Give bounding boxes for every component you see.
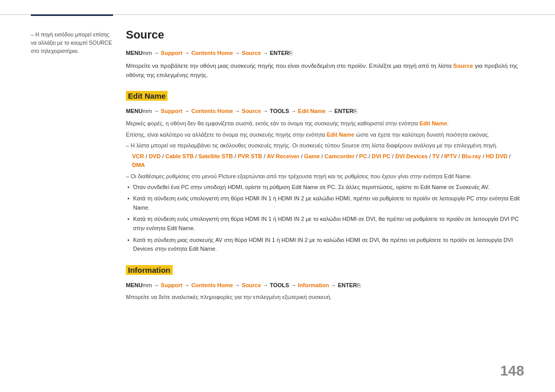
edit-name-section: Edit Name MENUmm → Support → Contents Ho… [126, 85, 524, 253]
source-title: Source [126, 28, 524, 42]
edit-name-note2: Οι διαθέσιμες ρυθμίσεις στο μενού Pictur… [126, 172, 524, 181]
devices-list: VCR / DVD / Cable STB / Satellite STB / … [126, 152, 524, 170]
information-menu-path: MENUmm → Support → Contents Home → Sourc… [126, 281, 524, 290]
information-description: Μπορείτε να δείτε αναλυτικές πληροφορίες… [126, 293, 524, 302]
edit-name-title: Edit Name [126, 91, 168, 101]
edit-name-menu-path: MENUmm → Support → Contents Home → Sourc… [126, 107, 524, 116]
bullet3: Κατά τη σύνδεση ενός υπολογιστή στη θύρα… [126, 215, 524, 233]
information-section: Information MENUmm → Support → Contents … [126, 259, 524, 302]
menu-label: MENU [126, 50, 142, 56]
bullet2: Κατά τη σύνδεση ενός υπολογιστή στη θύρα… [126, 194, 524, 212]
edit-name-line2: Επίσης, είναι καλύτερο να αλλάξετε το όν… [126, 130, 524, 140]
sidebar: – Η πηγή εισόδου μπορεί επίσης να αλλάξε… [31, 31, 113, 55]
edit-name-note1: Η λίστα μπορεί να περιλαμβάνει τις ακόλο… [126, 141, 524, 151]
source-section: Source MENUmm → Support → Contents Home … [126, 28, 524, 80]
edit-name-line1: Μερικές φορές, η οθόνη δεν θα εμφανίζετα… [126, 119, 524, 128]
bullet1: Όταν συνδεθεί ένα PC στην υποδοχή HDMI, … [126, 183, 524, 192]
source-description: Μπορείτε να προβάλετε την οθόνη μιας συσ… [126, 61, 524, 80]
information-header: Information [126, 259, 524, 279]
bullet4: Κατά τη σύνδεση μιας συσκευής AV στη θύρ… [126, 236, 524, 254]
page-number: 148 [500, 363, 524, 379]
edit-name-header: Edit Name [126, 85, 524, 105]
information-title: Information [126, 265, 173, 275]
sidebar-note: – Η πηγή εισόδου μπορεί επίσης να αλλάξε… [31, 31, 113, 55]
main-content: Source MENUmm → Support → Contents Home … [126, 28, 524, 371]
top-accent-bar [31, 14, 113, 16]
source-menu-path: MENUmm → Support → Contents Home → Sourc… [126, 49, 524, 58]
